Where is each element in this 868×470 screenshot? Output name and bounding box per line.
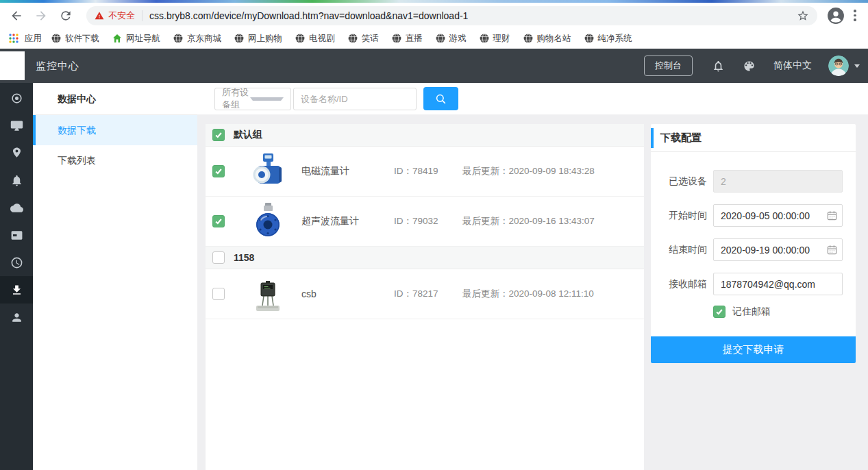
bookmark-item[interactable]: 纯净系统 [584, 33, 632, 45]
card-icon[interactable] [0, 221, 33, 249]
monitor-icon[interactable] [0, 112, 33, 139]
bookmark-star-icon[interactable] [797, 10, 809, 22]
bookmark-item[interactable]: 理财 [480, 33, 510, 45]
bookmark-label: 笑话 [362, 33, 379, 45]
bookmark-item[interactable]: 软件下载 [51, 33, 99, 45]
globe-icon [480, 34, 489, 43]
bookmark-label: 纯净系统 [598, 33, 632, 45]
group-header: 默认组 [206, 124, 644, 147]
apps-grid-icon[interactable] [8, 33, 19, 44]
url-text: css.bryb8.com/device/myDownload.htm?nav=… [149, 10, 791, 21]
security-warning-icon [95, 11, 104, 21]
device-name: csb [301, 288, 394, 299]
bookmark-label: 购物名站 [537, 33, 571, 45]
search-button[interactable] [423, 87, 458, 110]
filter-bar: 所有设备组 [197, 83, 868, 114]
device-checkbox[interactable] [212, 288, 225, 300]
user-icon[interactable] [0, 304, 33, 331]
apps-label[interactable]: 应用 [25, 33, 42, 45]
url-bar[interactable]: 不安全 css.bryb8.com/device/myDownload.htm?… [86, 6, 817, 25]
bookmark-item[interactable]: 购物名站 [523, 33, 571, 45]
forward-icon[interactable] [32, 6, 51, 25]
start-time-field[interactable] [713, 204, 843, 227]
security-warning-label: 不安全 [108, 10, 135, 22]
bookmark-label: 直播 [406, 33, 423, 45]
sidebar-item-download-list[interactable]: 下载列表 [33, 145, 197, 175]
screen: 不安全 css.bryb8.com/device/myDownload.htm?… [0, 0, 868, 470]
menu-sidebar: 数据中心 数据下载 下载列表 [33, 83, 197, 470]
bookmark-item[interactable]: 网上购物 [234, 33, 282, 45]
selected-devices-field [713, 170, 843, 193]
config-column: 下载配置 已选设备 开始时间 [651, 124, 856, 470]
bookmark-label: 理财 [493, 33, 510, 45]
device-row[interactable]: 超声波流量计 ID：79032 最后更新：2020-09-16 13:43:07 [206, 197, 644, 247]
electromagnetic-flowmeter-image [252, 152, 284, 190]
back-icon[interactable] [7, 6, 26, 25]
app-header: 监控中心 控制台 简体中文 [0, 49, 868, 83]
device-name: 电磁流量计 [301, 165, 394, 177]
device-row[interactable]: csb ID：78217 最后更新：2020-09-08 12:11:10 [206, 269, 644, 319]
browser-profile-icon[interactable] [827, 7, 845, 25]
clock-icon[interactable] [0, 249, 33, 276]
icon-rail [0, 83, 33, 470]
bell-icon[interactable] [0, 166, 33, 194]
palette-icon[interactable] [743, 60, 756, 73]
app-logo [0, 51, 25, 80]
browser-menu-icon[interactable] [849, 7, 861, 25]
device-group-select-value: 所有设备组 [222, 86, 250, 111]
cloud-icon[interactable] [0, 194, 33, 221]
device-id: ID：78419 [394, 165, 462, 177]
selected-devices-label: 已选设备 [651, 175, 707, 188]
bookmark-label: 网址导航 [126, 33, 160, 45]
calendar-icon[interactable] [827, 210, 837, 221]
bookmark-label: 京东商城 [187, 33, 221, 45]
bookmark-item[interactable]: 直播 [392, 33, 423, 45]
transmitter-device-image [252, 275, 284, 313]
search-input[interactable] [293, 88, 417, 110]
group-checkbox[interactable] [212, 251, 225, 264]
device-row[interactable]: 电磁流量计 ID：78419 最后更新：2020-09-09 18:43:28 [206, 147, 644, 197]
group-header: 1158 [206, 247, 644, 269]
chevron-down-icon[interactable] [854, 64, 860, 68]
avatar[interactable] [828, 55, 849, 76]
reload-icon[interactable] [56, 6, 75, 25]
calendar-icon[interactable] [827, 245, 837, 255]
sidebar-item-data-download[interactable]: 数据下载 [33, 115, 197, 145]
chevron-down-icon [250, 97, 284, 101]
device-last-update: 最后更新：2020-09-16 13:43:07 [462, 215, 595, 227]
submit-download-button[interactable]: 提交下载申请 [651, 336, 856, 363]
location-icon[interactable] [0, 139, 33, 166]
group-name: 默认组 [234, 129, 262, 141]
content-area: 所有设备组 默认组 [197, 83, 868, 470]
globe-icon [523, 34, 533, 43]
device-group-select[interactable]: 所有设备组 [214, 88, 291, 110]
language-selector[interactable]: 简体中文 [773, 60, 812, 72]
config-title: 下载配置 [660, 132, 702, 145]
globe-icon [348, 34, 358, 43]
bookmark-item[interactable]: 笑话 [348, 33, 379, 45]
group-name: 1158 [234, 252, 254, 263]
bookmark-item[interactable]: 电视剧 [295, 33, 335, 45]
bookmark-item[interactable]: 京东商城 [173, 33, 221, 45]
download-config-card: 下载配置 已选设备 开始时间 [651, 124, 856, 363]
download-icon[interactable] [0, 276, 33, 304]
end-time-field[interactable] [713, 238, 843, 261]
device-checkbox[interactable] [212, 215, 225, 227]
device-checkbox[interactable] [212, 165, 225, 177]
device-last-update: 最后更新：2020-09-08 12:11:10 [462, 288, 594, 300]
url-divider [142, 10, 142, 21]
email-field[interactable] [713, 273, 843, 295]
bookmarks-bar: 应用 软件下载网址导航京东商城网上购物电视剧笑话直播游戏理财购物名站纯净系统 [0, 28, 868, 49]
bookmark-label: 软件下载 [65, 33, 99, 45]
bookmark-item[interactable]: 网址导航 [112, 33, 160, 45]
remember-email-checkbox[interactable] [713, 306, 726, 318]
globe-icon [584, 34, 594, 43]
group-checkbox[interactable] [212, 129, 225, 141]
bookmark-item[interactable]: 游戏 [436, 33, 467, 45]
circle-dot-icon[interactable] [0, 84, 33, 112]
bell-icon[interactable] [712, 60, 725, 73]
bookmarks-list: 软件下载网址导航京东商城网上购物电视剧笑话直播游戏理财购物名站纯净系统 [51, 33, 645, 45]
console-button[interactable]: 控制台 [644, 55, 693, 76]
device-list-panel: 默认组 [206, 124, 644, 470]
globe-icon [234, 34, 244, 43]
